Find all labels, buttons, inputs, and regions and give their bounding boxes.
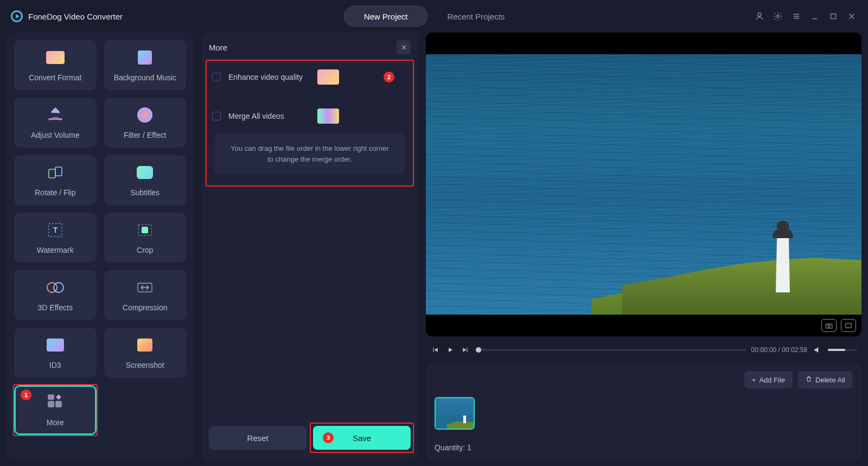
- app-title: FoneDog Video Converter: [28, 12, 123, 21]
- tool-label: More: [47, 418, 64, 427]
- panel-title: More: [209, 43, 227, 52]
- tool-watermark[interactable]: T Watermark: [14, 213, 97, 263]
- tool-filter-effect[interactable]: Filter / Effect: [104, 98, 187, 148]
- menu-icon[interactable]: [791, 11, 802, 22]
- right-panel: 00:00:00 / 00:02:59 + Add File Delete Al…: [426, 33, 861, 459]
- svg-rect-14: [142, 227, 148, 233]
- prev-button[interactable]: [430, 345, 440, 355]
- tab-new-project[interactable]: New Project: [344, 6, 428, 27]
- callout-badge-3: 3: [323, 432, 334, 443]
- tool-subtitles[interactable]: Subtitles: [104, 155, 187, 205]
- svg-point-1: [777, 15, 780, 18]
- more-icon: [44, 393, 66, 412]
- tool-grid: Convert Format Background Music Adjust V…: [7, 33, 194, 459]
- watermark-icon: T: [44, 221, 66, 239]
- svg-rect-18: [48, 401, 54, 407]
- svg-point-22: [828, 325, 831, 328]
- crop-icon: [134, 221, 156, 239]
- enhance-thumb-icon: [317, 69, 339, 85]
- svg-rect-10: [55, 167, 62, 176]
- file-thumbnail[interactable]: [435, 397, 475, 430]
- lighthouse-graphic: [769, 222, 796, 292]
- window-controls: [754, 11, 857, 22]
- tool-label: Rotate / Flip: [35, 188, 75, 197]
- app-logo: FoneDog Video Converter: [11, 10, 123, 22]
- tool-id3[interactable]: ID3: [14, 328, 97, 378]
- music-icon: [134, 48, 156, 67]
- plus-icon: +: [752, 376, 756, 384]
- reset-button[interactable]: Reset: [209, 426, 307, 450]
- close-button[interactable]: [846, 11, 857, 22]
- merge-thumb-icon: [317, 108, 339, 124]
- add-file-label: Add File: [759, 376, 785, 384]
- file-list-panel: + Add File Delete All Quantity: 1: [426, 363, 861, 459]
- tool-label: Subtitles: [130, 188, 159, 197]
- tool-label: 3D Effects: [38, 303, 73, 312]
- tool-more[interactable]: 1 More: [14, 385, 97, 435]
- 3d-icon: [44, 278, 66, 297]
- checkbox-icon[interactable]: [212, 112, 221, 120]
- play-button[interactable]: [445, 345, 455, 355]
- playback-bar: 00:00:00 / 00:02:59: [426, 342, 861, 358]
- logo-icon: [11, 10, 23, 22]
- volume-icon[interactable]: [813, 345, 822, 355]
- tool-label: Filter / Effect: [124, 131, 166, 139]
- svg-rect-6: [831, 14, 836, 19]
- tool-crop[interactable]: Crop: [104, 213, 187, 263]
- id3-icon: [44, 336, 66, 354]
- tool-label: Watermark: [37, 246, 74, 254]
- filter-icon: [134, 106, 156, 124]
- trash-icon: [806, 375, 812, 384]
- tool-label: Screenshot: [126, 361, 164, 369]
- svg-point-16: [54, 283, 63, 292]
- tool-convert-format[interactable]: Convert Format: [14, 40, 97, 90]
- save-button-label: Save: [353, 433, 371, 443]
- tool-label: ID3: [49, 361, 61, 369]
- merge-tip: You can drag the file order in the lower…: [214, 133, 405, 174]
- svg-rect-9: [49, 169, 55, 178]
- svg-point-0: [758, 13, 761, 16]
- tool-label: Adjust Volume: [31, 131, 80, 139]
- tool-rotate-flip[interactable]: Rotate / Flip: [14, 155, 97, 205]
- save-button[interactable]: 3 Save: [313, 426, 411, 450]
- tool-compression[interactable]: Compression: [104, 270, 187, 320]
- volume-icon: [44, 106, 66, 124]
- add-file-button[interactable]: + Add File: [744, 371, 793, 388]
- titlebar: FoneDog Video Converter New Project Rece…: [0, 0, 868, 33]
- tool-label: Compression: [123, 303, 167, 312]
- tool-screenshot[interactable]: Screenshot: [104, 328, 187, 378]
- delete-all-button[interactable]: Delete All: [798, 371, 853, 388]
- tool-label: Background Music: [114, 73, 176, 82]
- project-tabs: New Project Recent Projects: [344, 6, 525, 27]
- more-panel: More ✕ Enhance video quality 2 Merge All…: [201, 33, 418, 459]
- preview-scene: [426, 54, 861, 315]
- callout-badge-2: 2: [384, 72, 394, 82]
- tool-adjust-volume[interactable]: Adjust Volume: [14, 98, 97, 148]
- next-button[interactable]: [461, 345, 470, 355]
- svg-text:T: T: [53, 226, 58, 234]
- option-merge-videos[interactable]: Merge All videos: [209, 101, 411, 131]
- svg-rect-23: [846, 323, 852, 328]
- maximize-button[interactable]: [828, 11, 839, 22]
- panel-close-button[interactable]: ✕: [397, 40, 411, 54]
- seek-bar[interactable]: [476, 349, 746, 351]
- snapshot-icon[interactable]: [821, 319, 837, 332]
- tab-recent-projects[interactable]: Recent Projects: [427, 7, 524, 27]
- time-display: 00:00:00 / 00:02:59: [751, 346, 807, 354]
- volume-slider[interactable]: [828, 349, 857, 351]
- subtitles-icon: [134, 163, 156, 182]
- tool-3d-effects[interactable]: 3D Effects: [14, 270, 97, 320]
- delete-all-label: Delete All: [815, 376, 845, 384]
- checkbox-icon[interactable]: [212, 73, 221, 81]
- fullscreen-icon[interactable]: [841, 319, 856, 332]
- video-preview: [426, 33, 861, 336]
- option-enhance-quality[interactable]: Enhance video quality 2: [209, 62, 411, 92]
- tool-background-music[interactable]: Background Music: [104, 40, 187, 90]
- compression-icon: [134, 278, 156, 297]
- account-icon[interactable]: [754, 11, 765, 22]
- gear-icon[interactable]: [773, 11, 783, 22]
- svg-rect-19: [55, 401, 62, 407]
- rotate-icon: [44, 163, 66, 182]
- screenshot-icon: [134, 336, 156, 354]
- minimize-button[interactable]: [809, 11, 820, 22]
